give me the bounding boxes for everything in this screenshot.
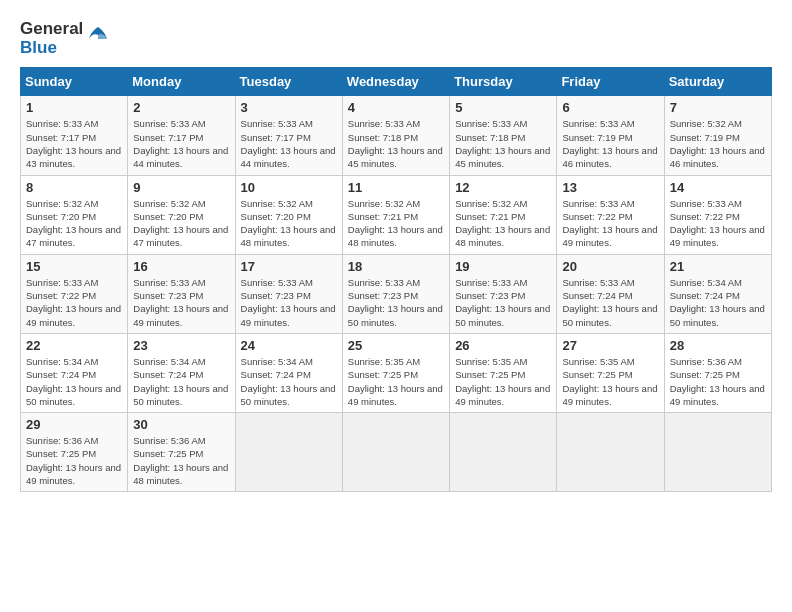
calendar-cell: 6 Sunrise: 5:33 AM Sunset: 7:19 PM Dayli…: [557, 96, 664, 175]
calendar-cell: 24 Sunrise: 5:34 AM Sunset: 7:24 PM Dayl…: [235, 333, 342, 412]
day-info: Sunrise: 5:33 AM Sunset: 7:17 PM Dayligh…: [26, 117, 122, 170]
sunset-time: Sunset: 7:24 PM: [670, 290, 740, 301]
sunset-time: Sunset: 7:20 PM: [241, 211, 311, 222]
calendar-cell: 8 Sunrise: 5:32 AM Sunset: 7:20 PM Dayli…: [21, 175, 128, 254]
day-number: 21: [670, 259, 766, 274]
calendar-cell: 2 Sunrise: 5:33 AM Sunset: 7:17 PM Dayli…: [128, 96, 235, 175]
day-number: 28: [670, 338, 766, 353]
sunset-time: Sunset: 7:17 PM: [26, 132, 96, 143]
header-monday: Monday: [128, 68, 235, 96]
day-info: Sunrise: 5:34 AM Sunset: 7:24 PM Dayligh…: [670, 276, 766, 329]
day-number: 1: [26, 100, 122, 115]
calendar-cell: 15 Sunrise: 5:33 AM Sunset: 7:22 PM Dayl…: [21, 254, 128, 333]
daylight-hours: Daylight: 13 hours and 46 minutes.: [670, 145, 765, 169]
daylight-hours: Daylight: 13 hours and 50 minutes.: [562, 303, 657, 327]
logo-mark: General Blue: [20, 20, 109, 57]
day-number: 29: [26, 417, 122, 432]
day-number: 23: [133, 338, 229, 353]
sunrise-time: Sunrise: 5:33 AM: [241, 277, 313, 288]
day-number: 10: [241, 180, 337, 195]
sunrise-time: Sunrise: 5:36 AM: [670, 356, 742, 367]
day-info: Sunrise: 5:33 AM Sunset: 7:23 PM Dayligh…: [455, 276, 551, 329]
day-info: Sunrise: 5:32 AM Sunset: 7:21 PM Dayligh…: [348, 197, 444, 250]
daylight-hours: Daylight: 13 hours and 44 minutes.: [241, 145, 336, 169]
calendar-cell: [450, 413, 557, 492]
sunset-time: Sunset: 7:23 PM: [241, 290, 311, 301]
calendar-cell: 7 Sunrise: 5:32 AM Sunset: 7:19 PM Dayli…: [664, 96, 771, 175]
day-number: 7: [670, 100, 766, 115]
sunset-time: Sunset: 7:21 PM: [455, 211, 525, 222]
day-info: Sunrise: 5:35 AM Sunset: 7:25 PM Dayligh…: [455, 355, 551, 408]
daylight-hours: Daylight: 13 hours and 50 minutes.: [241, 383, 336, 407]
sunrise-time: Sunrise: 5:32 AM: [455, 198, 527, 209]
day-number: 19: [455, 259, 551, 274]
calendar-cell: [342, 413, 449, 492]
day-number: 16: [133, 259, 229, 274]
day-info: Sunrise: 5:34 AM Sunset: 7:24 PM Dayligh…: [133, 355, 229, 408]
day-info: Sunrise: 5:33 AM Sunset: 7:24 PM Dayligh…: [562, 276, 658, 329]
sunrise-time: Sunrise: 5:32 AM: [241, 198, 313, 209]
sunrise-time: Sunrise: 5:34 AM: [670, 277, 742, 288]
sunset-time: Sunset: 7:25 PM: [26, 448, 96, 459]
daylight-hours: Daylight: 13 hours and 46 minutes.: [562, 145, 657, 169]
calendar-week-row: 1 Sunrise: 5:33 AM Sunset: 7:17 PM Dayli…: [21, 96, 772, 175]
sunset-time: Sunset: 7:24 PM: [26, 369, 96, 380]
daylight-hours: Daylight: 13 hours and 44 minutes.: [133, 145, 228, 169]
header-thursday: Thursday: [450, 68, 557, 96]
calendar-cell: 18 Sunrise: 5:33 AM Sunset: 7:23 PM Dayl…: [342, 254, 449, 333]
daylight-hours: Daylight: 13 hours and 49 minutes.: [133, 303, 228, 327]
day-info: Sunrise: 5:32 AM Sunset: 7:20 PM Dayligh…: [26, 197, 122, 250]
daylight-hours: Daylight: 13 hours and 48 minutes.: [133, 462, 228, 486]
day-info: Sunrise: 5:34 AM Sunset: 7:24 PM Dayligh…: [241, 355, 337, 408]
sunrise-time: Sunrise: 5:33 AM: [670, 198, 742, 209]
page-header: General Blue: [20, 20, 772, 57]
logo-blue: Blue: [20, 39, 83, 58]
calendar-cell: [557, 413, 664, 492]
logo-bird-icon: [87, 25, 109, 53]
sunrise-time: Sunrise: 5:33 AM: [562, 198, 634, 209]
calendar-cell: 1 Sunrise: 5:33 AM Sunset: 7:17 PM Dayli…: [21, 96, 128, 175]
daylight-hours: Daylight: 13 hours and 48 minutes.: [455, 224, 550, 248]
calendar-cell: 30 Sunrise: 5:36 AM Sunset: 7:25 PM Dayl…: [128, 413, 235, 492]
sunrise-time: Sunrise: 5:33 AM: [348, 277, 420, 288]
day-number: 8: [26, 180, 122, 195]
daylight-hours: Daylight: 13 hours and 50 minutes.: [348, 303, 443, 327]
sunrise-time: Sunrise: 5:33 AM: [562, 277, 634, 288]
day-number: 6: [562, 100, 658, 115]
daylight-hours: Daylight: 13 hours and 49 minutes.: [26, 303, 121, 327]
day-info: Sunrise: 5:32 AM Sunset: 7:20 PM Dayligh…: [133, 197, 229, 250]
calendar-cell: 5 Sunrise: 5:33 AM Sunset: 7:18 PM Dayli…: [450, 96, 557, 175]
calendar-cell: 13 Sunrise: 5:33 AM Sunset: 7:22 PM Dayl…: [557, 175, 664, 254]
calendar-cell: 19 Sunrise: 5:33 AM Sunset: 7:23 PM Dayl…: [450, 254, 557, 333]
calendar-cell: 12 Sunrise: 5:32 AM Sunset: 7:21 PM Dayl…: [450, 175, 557, 254]
sunrise-time: Sunrise: 5:33 AM: [455, 118, 527, 129]
sunrise-time: Sunrise: 5:33 AM: [241, 118, 313, 129]
day-number: 26: [455, 338, 551, 353]
header-sunday: Sunday: [21, 68, 128, 96]
day-info: Sunrise: 5:35 AM Sunset: 7:25 PM Dayligh…: [562, 355, 658, 408]
calendar-table: Sunday Monday Tuesday Wednesday Thursday…: [20, 67, 772, 492]
calendar-cell: 3 Sunrise: 5:33 AM Sunset: 7:17 PM Dayli…: [235, 96, 342, 175]
calendar-cell: 14 Sunrise: 5:33 AM Sunset: 7:22 PM Dayl…: [664, 175, 771, 254]
sunset-time: Sunset: 7:25 PM: [562, 369, 632, 380]
day-info: Sunrise: 5:33 AM Sunset: 7:19 PM Dayligh…: [562, 117, 658, 170]
day-number: 18: [348, 259, 444, 274]
day-info: Sunrise: 5:33 AM Sunset: 7:22 PM Dayligh…: [670, 197, 766, 250]
header-friday: Friday: [557, 68, 664, 96]
calendar-cell: 29 Sunrise: 5:36 AM Sunset: 7:25 PM Dayl…: [21, 413, 128, 492]
calendar-cell: 28 Sunrise: 5:36 AM Sunset: 7:25 PM Dayl…: [664, 333, 771, 412]
sunrise-time: Sunrise: 5:32 AM: [26, 198, 98, 209]
day-number: 27: [562, 338, 658, 353]
sunrise-time: Sunrise: 5:34 AM: [26, 356, 98, 367]
sunset-time: Sunset: 7:25 PM: [348, 369, 418, 380]
sunset-time: Sunset: 7:17 PM: [241, 132, 311, 143]
calendar-cell: 16 Sunrise: 5:33 AM Sunset: 7:23 PM Dayl…: [128, 254, 235, 333]
day-info: Sunrise: 5:33 AM Sunset: 7:23 PM Dayligh…: [133, 276, 229, 329]
sunset-time: Sunset: 7:18 PM: [455, 132, 525, 143]
day-info: Sunrise: 5:33 AM Sunset: 7:23 PM Dayligh…: [241, 276, 337, 329]
daylight-hours: Daylight: 13 hours and 50 minutes.: [26, 383, 121, 407]
day-info: Sunrise: 5:36 AM Sunset: 7:25 PM Dayligh…: [133, 434, 229, 487]
daylight-hours: Daylight: 13 hours and 49 minutes.: [348, 383, 443, 407]
calendar-week-row: 8 Sunrise: 5:32 AM Sunset: 7:20 PM Dayli…: [21, 175, 772, 254]
day-info: Sunrise: 5:33 AM Sunset: 7:22 PM Dayligh…: [562, 197, 658, 250]
